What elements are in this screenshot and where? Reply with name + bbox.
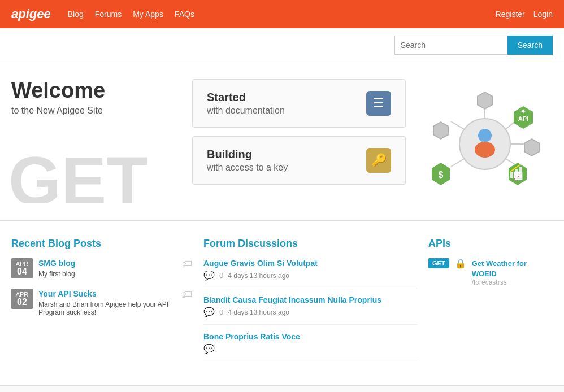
forum-time-1: 4 days 13 hours ago: [228, 272, 289, 280]
api-path-1: /forecastrss: [472, 278, 553, 286]
blog-excerpt-2: Marsh and Brian from Apigee help your AP…: [38, 300, 176, 316]
blog-title-2[interactable]: Your API Sucks: [38, 289, 97, 298]
footer: t f in Privacy Policy | Terms & Use | Co…: [0, 385, 564, 392]
svg-line-5: [451, 158, 465, 167]
forum-icon-1: 💬: [203, 270, 215, 281]
blog-content-1: SMG blog My first blog: [38, 258, 176, 278]
blog-title-1[interactable]: SMG blog: [38, 259, 75, 268]
blog-date-1: Apr 04: [11, 258, 33, 278]
api-item-1: GET 🔒 Get Weather for WOEID /forecastrss: [428, 258, 553, 286]
nav-faqs[interactable]: FAQs: [175, 10, 194, 19]
api-lock-icon: 🔒: [455, 258, 466, 269]
doc-icon: ☰: [366, 91, 391, 116]
nav-forums[interactable]: Forums: [95, 10, 122, 19]
forum-item-2: Blandit Causa Feugiat Incassum Nulla Pro…: [203, 295, 417, 325]
hero-welcome-title: Welcome: [11, 79, 181, 103]
blog-tag-icon-2: 🏷: [182, 289, 192, 300]
content: Recent Blog Posts Apr 04 SMG blog My fir…: [0, 221, 564, 385]
login-link[interactable]: Login: [533, 10, 553, 19]
forum-section: Forum Discussions Augue Gravis Olim Si V…: [203, 238, 417, 368]
svg-line-4: [451, 121, 465, 130]
forum-time-2: 4 days 13 hours ago: [228, 308, 289, 316]
forum-item-1: Augue Gravis Olim Si Volutpat 💬 0 4 days…: [203, 258, 417, 288]
blog-date-2: Apr 02: [11, 289, 33, 309]
svg-point-1: [478, 129, 492, 142]
search-bar: Search: [0, 28, 564, 62]
blog-day-1: 04: [15, 267, 29, 276]
api-diagram: API ✦ $ 📈: [423, 79, 547, 203]
card-building-title: Building: [207, 148, 288, 161]
nav-blog[interactable]: Blog: [68, 10, 84, 19]
forum-link-1[interactable]: Augue Gravis Olim Si Volutpat: [203, 259, 318, 268]
card-building-sub: with access to a key: [207, 163, 288, 173]
nav: Blog Forums My Apps FAQs: [68, 10, 496, 19]
svg-text:$: $: [439, 170, 444, 180]
api-name-1[interactable]: Get Weather for WOEID: [472, 259, 527, 278]
blog-excerpt-1: My first blog: [38, 270, 176, 278]
card-started-sub: with documentation: [207, 106, 285, 116]
hero: Welcome to the New Apigee Site GET Start…: [0, 62, 564, 221]
blog-item: Apr 04 SMG blog My first blog 🏷: [11, 258, 192, 278]
search-input[interactable]: [394, 36, 507, 55]
header-right: Register Login: [496, 10, 553, 19]
forum-meta-3: 💬: [203, 343, 417, 354]
forum-icon-2: 💬: [203, 307, 215, 317]
api-method-badge: GET: [428, 258, 449, 268]
forum-section-title: Forum Discussions: [203, 238, 417, 250]
forum-link-2[interactable]: Blandit Causa Feugiat Incassum Nulla Pro…: [203, 295, 381, 304]
hero-left: Welcome to the New Apigee Site GET: [11, 79, 181, 203]
register-link[interactable]: Register: [496, 10, 525, 19]
blog-tag-icon-1: 🏷: [182, 258, 192, 270]
forum-meta-2: 💬 0 4 days 13 hours ago: [203, 307, 417, 317]
svg-text:API: API: [518, 115, 528, 122]
apis-section: APIs GET 🔒 Get Weather for WOEID /foreca…: [428, 238, 553, 368]
svg-rect-20: [510, 172, 513, 178]
hero-card-started[interactable]: Started with documentation ☰: [192, 79, 406, 128]
forum-meta-1: 💬 0 4 days 13 hours ago: [203, 270, 417, 281]
apis-section-title: APIs: [428, 238, 553, 250]
forum-icon-3: 💬: [203, 343, 215, 354]
blog-day-2: 02: [15, 298, 29, 307]
forum-count-2: 0: [219, 308, 223, 316]
hero-welcome-sub: to the New Apigee Site: [11, 106, 181, 116]
blog-section-title: Recent Blog Posts: [11, 238, 192, 250]
hero-card-building[interactable]: Building with access to a key 🔑: [192, 136, 406, 185]
svg-rect-21: [515, 169, 518, 178]
svg-rect-22: [519, 167, 522, 178]
hero-get-text: GET: [11, 147, 148, 203]
blog-section: Recent Blog Posts Apr 04 SMG blog My fir…: [11, 238, 192, 368]
blog-item-2: Apr 02 Your API Sucks Marsh and Brian fr…: [11, 289, 192, 316]
key-icon: 🔑: [366, 148, 391, 173]
hero-right: API ✦ $ 📈: [417, 79, 553, 203]
card-started-title: Started: [207, 91, 285, 104]
svg-text:✦: ✦: [520, 107, 527, 116]
hero-center: Started with documentation ☰ Building wi…: [181, 79, 417, 203]
svg-point-2: [475, 142, 495, 158]
header: apigee Blog Forums My Apps FAQs Register…: [0, 0, 564, 28]
forum-count-1: 0: [219, 271, 223, 280]
forum-item-3: Bone Proprius Ratis Voce 💬: [203, 332, 417, 361]
forum-link-3[interactable]: Bone Proprius Ratis Voce: [203, 332, 300, 341]
logo[interactable]: apigee: [11, 7, 51, 21]
blog-content-2: Your API Sucks Marsh and Brian from Apig…: [38, 289, 176, 316]
nav-myapps[interactable]: My Apps: [133, 10, 163, 19]
search-button[interactable]: Search: [507, 36, 553, 55]
